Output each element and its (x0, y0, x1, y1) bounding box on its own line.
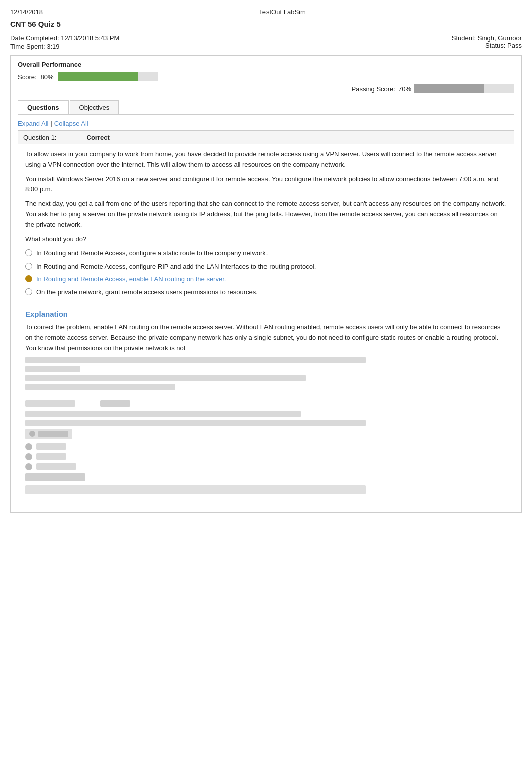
blurred-selected-text (38, 431, 68, 437)
blurred-opt-radio-2 (25, 453, 32, 460)
radio-3 (25, 275, 32, 282)
blurred-line-4 (25, 384, 175, 390)
date-completed-value: 12/13/2018 5:43 PM (61, 34, 119, 42)
question-1-para-3: The next day, you get a call from one of… (25, 199, 507, 230)
answer-text-3: In Routing and Remote Access, enable LAN… (36, 274, 507, 284)
answer-option-1[interactable]: In Routing and Remote Access, configure … (25, 248, 507, 258)
question-1-status: Correct (87, 134, 110, 141)
blurred-selected-radio (29, 431, 35, 437)
question-1-header: Question 1: Correct (18, 131, 514, 144)
blurred-q2-text-2 (25, 420, 366, 426)
blurred-q2-text-1 (25, 411, 301, 417)
explanation-title: Explanation (25, 310, 507, 318)
answer-option-4[interactable]: On the private network, grant remote acc… (25, 287, 507, 297)
answer-text-4: On the private network, grant remote acc… (36, 287, 507, 297)
blurred-opt-radio-3 (25, 463, 32, 470)
status-label: Status: (485, 42, 505, 49)
date-label: 12/14/2018 (10, 8, 43, 16)
blurred-opt-text-1 (36, 443, 66, 450)
radio-2 (25, 263, 32, 270)
blurred-q2-label (25, 400, 75, 407)
explanation-section: Explanation To correct the problem, enab… (18, 305, 514, 501)
blurred-opt-1 (25, 443, 507, 450)
blurred-opt-text-2 (36, 453, 66, 460)
blurred-line-3 (25, 375, 306, 381)
student-label: Student: (452, 34, 476, 42)
passing-score-bar (414, 84, 514, 93)
explanation-text: To correct the problem, enable LAN routi… (25, 322, 507, 353)
overall-performance-title: Overall Performance (18, 61, 514, 68)
radio-1 (25, 249, 32, 256)
blurred-explanation-2-title (25, 473, 85, 481)
site-title: TestOut LabSim (259, 8, 306, 16)
question-1-para-1: To allow users in your company to work f… (25, 149, 507, 170)
tab-objectives[interactable]: Objectives (70, 100, 119, 114)
question-1-para-2: You install Windows Server 2016 on a new… (25, 174, 507, 195)
blurred-opt-text-3 (36, 463, 76, 470)
quiz-title: CNT 56 Quiz 5 (10, 20, 522, 28)
expand-all-button[interactable]: Expand All (18, 120, 48, 127)
blurred-explanation-2-text (25, 485, 366, 494)
answer-option-2[interactable]: In Routing and Remote Access, configure … (25, 262, 507, 272)
question-1-label: Question 1: (23, 134, 57, 141)
answer-text-2: In Routing and Remote Access, configure … (36, 262, 507, 272)
date-completed-label: Date Completed: (10, 34, 59, 42)
blurred-q2-status (100, 400, 130, 407)
tabs-row: Questions Objectives (18, 100, 514, 115)
score-value: 80% (41, 73, 54, 81)
passing-score-label: Passing Score: (352, 85, 395, 93)
separator: | (50, 120, 52, 127)
blurred-opt-3 (25, 463, 507, 470)
question-1-block: Question 1: Correct To allow users in yo… (18, 130, 514, 502)
question-1-para-4: What should you do? (25, 234, 507, 245)
time-spent-value: 3:19 (47, 43, 59, 50)
time-spent-label: Time Spent: (10, 43, 45, 50)
student-name: Singh, Gurnoor (478, 34, 522, 42)
blurred-line-1 (25, 357, 366, 363)
radio-4 (25, 288, 32, 295)
blurred-opt-radio-1 (25, 443, 32, 450)
answer-option-3[interactable]: In Routing and Remote Access, enable LAN… (25, 274, 507, 284)
blurred-opt-2 (25, 453, 507, 460)
collapse-all-button[interactable]: Collapse All (54, 120, 88, 127)
question-1-body: To allow users in your company to work f… (18, 144, 514, 305)
score-label: Score: (18, 73, 37, 81)
blurred-line-2 (25, 366, 80, 372)
passing-score-value: 70% (398, 85, 411, 93)
score-bar (58, 72, 158, 81)
answer-text-1: In Routing and Remote Access, configure … (36, 248, 507, 258)
tab-questions[interactable]: Questions (18, 100, 69, 114)
status-value: Pass (507, 42, 522, 49)
